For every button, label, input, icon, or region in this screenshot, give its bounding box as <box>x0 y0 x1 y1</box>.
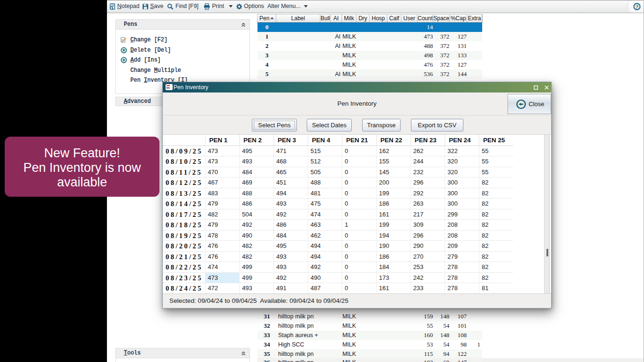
svg-text:?: ? <box>636 4 638 9</box>
